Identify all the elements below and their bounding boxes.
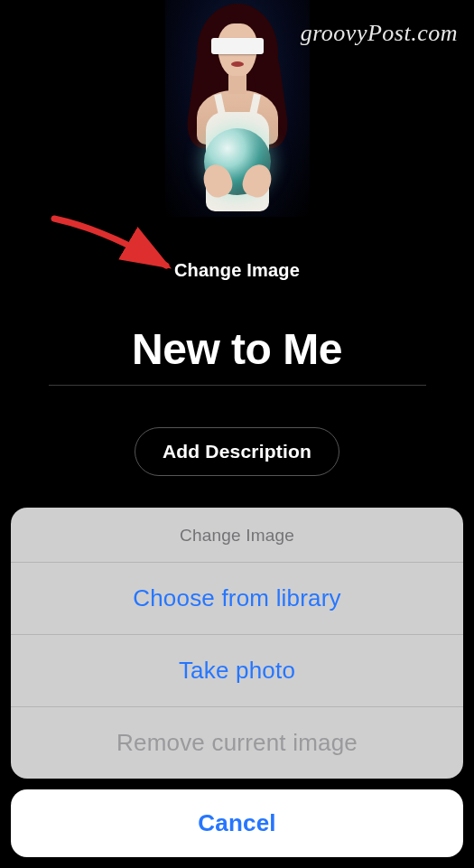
cancel-button[interactable]: Cancel <box>11 789 463 857</box>
edit-playlist-screen: groovyPost.com <box>0 0 474 868</box>
action-sheet: Change Image Choose from library Take ph… <box>11 508 463 779</box>
watermark-text: groovyPost.com <box>301 20 458 47</box>
action-sheet-container: Change Image Choose from library Take ph… <box>11 508 463 857</box>
take-photo-option[interactable]: Take photo <box>11 634 463 706</box>
choose-from-library-option[interactable]: Choose from library <box>11 562 463 634</box>
change-image-link[interactable]: Change Image <box>174 260 300 281</box>
action-sheet-title: Change Image <box>11 508 463 562</box>
playlist-title-input[interactable] <box>49 324 426 386</box>
cover-section: Change Image <box>165 0 310 281</box>
playlist-cover-image[interactable] <box>165 0 310 217</box>
add-description-button[interactable]: Add Description <box>135 427 339 476</box>
annotation-arrow <box>51 211 177 284</box>
remove-current-image-option[interactable]: Remove current image <box>11 706 463 779</box>
